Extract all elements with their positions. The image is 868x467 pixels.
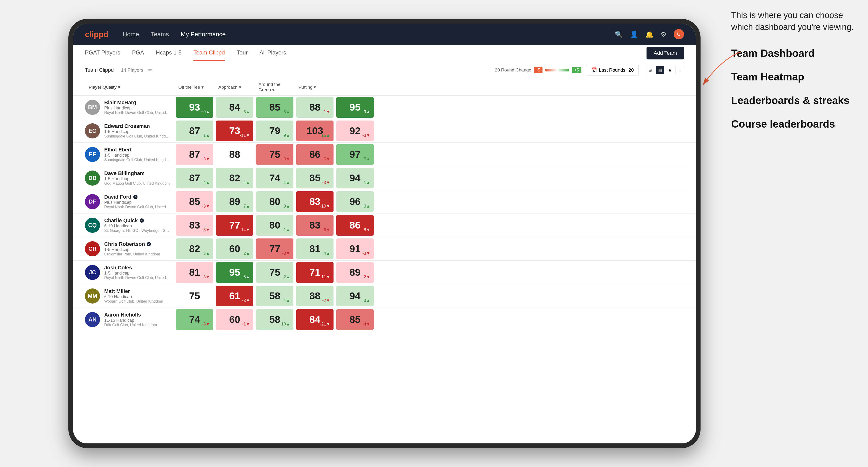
table-row[interactable]: ECEdward Crossman1-5 HandicapSunningdale… (73, 119, 696, 143)
col-approach[interactable]: Approach ▾ (215, 79, 255, 95)
player-handicap: 1-5 Handicap (104, 271, 170, 276)
last-rounds-button[interactable]: 📅 Last Rounds: 20 (586, 65, 639, 75)
player-name: Elliot Ebert (104, 147, 170, 153)
table-row[interactable]: BMBlair McHargPlus HandicapRoyal North D… (73, 96, 696, 119)
edit-team-icon[interactable]: ✏ (148, 67, 152, 73)
player-info-8: MMMatt Miller6-10 HandicapWoburn Golf Cl… (85, 286, 175, 306)
table-row[interactable]: DBDave Billingham1-5 HandicapGog Magog G… (73, 166, 696, 190)
score-change: -8▼ (202, 322, 210, 326)
player-details: Matt Miller6-10 HandicapWoburn Golf Club… (104, 288, 163, 304)
score-change: 8▲ (283, 110, 290, 115)
player-handicap: 11-15 Handicap (104, 318, 157, 323)
avatar: EE (85, 147, 100, 162)
score-change: +9▲ (201, 110, 210, 115)
col-player-quality[interactable]: Player Quality ▾ (85, 79, 175, 95)
subnav-pga[interactable]: PGA (132, 45, 144, 61)
last-rounds-label: Last Rounds: (599, 67, 627, 73)
pos-change: +5 (572, 67, 582, 73)
view-icon-sort[interactable]: ↓ (676, 66, 684, 74)
annotation-area: This is where you can choose which dashb… (731, 9, 854, 142)
subnav-tour[interactable]: Tour (237, 45, 248, 61)
table-row[interactable]: EEElliot Ebert1-5 HandicapSunningdale Go… (73, 143, 696, 166)
score-value: 75 (269, 149, 280, 160)
nav-icons: 🔍 👤 🔔 ⚙ U (615, 29, 684, 39)
score-cell-4-1: 897▲ (216, 191, 253, 212)
player-club: Sunningdale Golf Club, United Kingdom (104, 134, 170, 138)
score-value: 94 (349, 173, 361, 184)
score-cell-5-0: 83-3▼ (176, 215, 213, 236)
score-change: 10▲ (281, 322, 290, 326)
table-row[interactable]: DFDavid Ford✓Plus HandicapRoyal North De… (73, 190, 696, 214)
score-value: 82 (229, 173, 240, 184)
score-value: 61 (229, 290, 240, 302)
search-icon[interactable]: 🔍 (615, 30, 623, 38)
score-cell-3-0: 874▲ (176, 168, 213, 188)
bell-icon[interactable]: 🔔 (645, 30, 654, 38)
score-change: -10▼ (320, 204, 330, 209)
player-club: Woburn Golf Club, United Kingdom (104, 299, 163, 304)
add-team-button[interactable]: Add Team (647, 47, 684, 59)
score-value: 92 (349, 125, 361, 136)
avatar: DB (85, 170, 100, 186)
player-name: Blair McHarg (104, 99, 170, 106)
player-club: Royal North Devon Golf Club, United King… (104, 111, 170, 115)
score-value: 103 (307, 125, 323, 136)
score-value: 80 (269, 196, 280, 207)
score-change: -3▼ (202, 157, 210, 161)
view-icon-heatmap[interactable]: ♟ (665, 66, 674, 74)
team-count: | 14 Players (118, 67, 143, 73)
score-value: 89 (229, 196, 240, 207)
table-row[interactable]: CRChris Robertson✓1-5 HandicapCraigmilla… (73, 237, 696, 261)
score-change: -6▼ (322, 157, 330, 161)
subnav-all-players[interactable]: All Players (259, 45, 286, 61)
table-row[interactable]: JCJosh Coles1-5 HandicapRoyal North Devo… (73, 261, 696, 284)
player-name: Charlie Quick✓ (104, 217, 170, 224)
table-row[interactable]: CQCharlie Quick✓6-10 HandicapSt. George'… (73, 214, 696, 237)
score-change: 4▲ (323, 251, 330, 256)
score-value: 85 (189, 196, 200, 207)
score-cell-6-4: 91-3▼ (336, 239, 374, 259)
column-headers: Player Quality ▾ Off the Tee ▾ Approach … (73, 79, 696, 96)
nav-link-teams[interactable]: Teams (151, 31, 169, 38)
table-row[interactable]: MMMatt Miller6-10 HandicapWoburn Golf Cl… (73, 284, 696, 308)
player-details: Dave Billingham1-5 HandicapGog Magog Gol… (104, 170, 169, 186)
subnav-pgat[interactable]: PGAT Players (85, 45, 120, 61)
score-value: 87 (189, 173, 200, 184)
score-change: -2▼ (322, 298, 330, 303)
score-cell-7-4: 89-2▼ (336, 262, 374, 283)
table-row[interactable]: ANAaron Nicholls11-15 HandicapDrift Golf… (73, 308, 696, 331)
score-value: 85 (309, 173, 320, 184)
profile-icon[interactable]: 👤 (630, 30, 638, 38)
player-club: Royal North Devon Golf Club, United King… (104, 276, 170, 280)
player-club: Sunningdale Golf Club, United Kingdom (104, 158, 170, 162)
score-value: 83 (189, 220, 200, 231)
player-details: Elliot Ebert1-5 HandicapSunningdale Golf… (104, 147, 170, 162)
score-cell-7-2: 752▲ (256, 262, 293, 283)
col-off-tee[interactable]: Off the Tee ▾ (175, 79, 215, 95)
score-cell-9-2: 5810▲ (256, 309, 293, 330)
nav-link-my-performance[interactable]: My Performance (181, 31, 226, 38)
settings-icon[interactable]: ⚙ (661, 30, 666, 38)
view-icon-grid[interactable]: ⊞ (646, 66, 654, 74)
player-club: St. George's Hill GC - Weybridge - Surre… (104, 228, 170, 233)
score-change: 1▲ (283, 180, 290, 185)
user-avatar[interactable]: U (674, 29, 684, 39)
col-putting[interactable]: Putting ▾ (295, 79, 335, 95)
team-header-row: Team Clippd | 14 Players ✏ 20 Round Chan… (73, 61, 696, 79)
col-around-green[interactable]: Around the Green ▾ (255, 79, 295, 95)
avatar: MM (85, 288, 100, 304)
score-cell-8-3: 88-2▼ (296, 286, 334, 306)
score-change: 4▲ (243, 180, 250, 185)
subnav-hcaps[interactable]: Hcaps 1-5 (156, 45, 182, 61)
view-icon-table[interactable]: ▦ (656, 66, 664, 74)
player-info-9: ANAaron Nicholls11-15 HandicapDrift Golf… (85, 309, 175, 330)
nav-link-home[interactable]: Home (123, 31, 139, 38)
score-value: 86 (349, 220, 361, 231)
score-change: -3▼ (202, 204, 210, 209)
subnav-team-clippd[interactable]: Team Clippd (193, 45, 225, 61)
score-value: 81 (189, 267, 200, 278)
score-value: 77 (229, 220, 240, 231)
player-info-5: CQCharlie Quick✓6-10 HandicapSt. George'… (85, 215, 175, 235)
score-cell-7-0: 81-3▼ (176, 262, 213, 283)
player-details: Chris Robertson✓1-5 HandicapCraigmillar … (104, 241, 160, 256)
